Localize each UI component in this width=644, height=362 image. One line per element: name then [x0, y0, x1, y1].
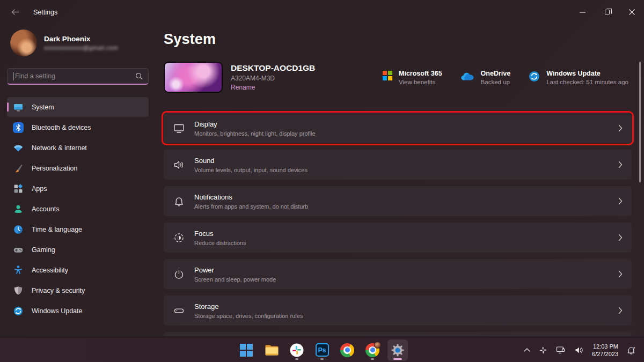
sidebar-item-bluetooth-devices[interactable]: Bluetooth & devices [7, 117, 149, 137]
running-indicator-dot [320, 358, 324, 360]
chrome-icon[interactable] [337, 339, 357, 361]
storage-drive-icon [173, 305, 185, 317]
search-icon [135, 72, 143, 80]
row-title: Focus [194, 230, 246, 238]
device-wallpaper-thumbnail [164, 62, 223, 93]
row-title: Display [194, 120, 316, 128]
windows-logo-icon [240, 344, 253, 357]
microsoft-365-card[interactable]: Microsoft 365 View benefits [383, 70, 442, 85]
sidebar-item-label: Windows Update [32, 307, 83, 315]
sidebar-nav: System Bluetooth & devices Network & int… [7, 97, 149, 321]
sidebar-item-gaming[interactable]: Gaming [7, 240, 149, 260]
taskbar: Ps [0, 337, 644, 362]
minimize-icon[interactable] [570, 0, 595, 24]
page-title: System [164, 31, 632, 48]
chrome-profile-icon[interactable] [362, 339, 383, 361]
sidebar-item-accessibility[interactable]: Accessibility [7, 260, 149, 280]
status-card-title: OneDrive [481, 70, 511, 77]
settings-row-focus[interactable]: Focus Reduce distractions [164, 223, 632, 253]
sidebar-item-network-internet[interactable]: Network & internet [7, 138, 149, 158]
settings-taskbar-icon[interactable] [387, 339, 408, 361]
search-input[interactable]: Find a setting [7, 68, 149, 85]
windows-update-card[interactable]: Windows Update Last checked: 51 minutes … [529, 70, 628, 85]
sidebar-item-label: Personalization [32, 165, 77, 172]
sidebar-item-apps[interactable]: Apps [7, 179, 149, 198]
sidebar-item-label: System [32, 104, 54, 111]
system-tray: 12:03 PM 6/27/2023 z [521, 337, 639, 362]
clock-time: 12:03 PM [592, 343, 618, 350]
row-title: Power [194, 266, 276, 274]
active-app-indicator [393, 358, 402, 360]
row-subtitle: Alerts from apps and system, do not dist… [194, 203, 308, 210]
photoshop-icon[interactable]: Ps [312, 339, 332, 361]
update-arrows-icon [13, 306, 24, 316]
settings-rows: Display Monitors, brightness, night ligh… [164, 113, 632, 336]
running-indicator-dot [295, 358, 298, 360]
profile-card[interactable]: Dark Phoenix xxxxxxxxxxxx@gmail.com [7, 27, 149, 56]
do-not-disturb-bell-icon[interactable]: z [624, 342, 639, 359]
scrollbar-thumb[interactable] [639, 62, 641, 182]
sidebar-item-label: Time & language [32, 226, 82, 233]
slack-tray-icon[interactable] [537, 342, 550, 359]
ethernet-network-icon[interactable] [553, 342, 568, 359]
running-indicator-dot [371, 358, 374, 360]
gear-icon [391, 343, 405, 357]
settings-row-partial[interactable] [164, 332, 632, 336]
onedrive-cloud-icon [460, 71, 474, 81]
back-arrow-icon[interactable] [6, 5, 24, 20]
settings-row-sound[interactable]: Sound Volume levels, output, input, soun… [164, 150, 632, 180]
shield-icon [13, 285, 24, 296]
notifications-bell-icon [173, 195, 185, 208]
device-model: A320AM4-M3D [231, 75, 315, 82]
row-title: Sound [194, 157, 308, 165]
sidebar-item-personalization[interactable]: Personalization [7, 158, 149, 178]
row-subtitle: Volume levels, output, input, sound devi… [194, 167, 308, 173]
slack-logo-icon [290, 343, 304, 357]
settings-row-notifications[interactable]: Notifications Alerts from apps and syste… [164, 186, 632, 216]
sidebar-item-label: Bluetooth & devices [32, 124, 91, 131]
sidebar-item-label: Privacy & security [32, 287, 85, 294]
device-header: DESKTOP-AOCD1GB A320AM4-M3D Rename Micro… [164, 61, 632, 93]
gamepad-icon [13, 245, 24, 255]
file-explorer-icon[interactable] [261, 339, 282, 361]
sidebar-item-windows-update[interactable]: Windows Update [7, 301, 149, 321]
sidebar-item-accounts[interactable]: Accounts [7, 199, 149, 219]
taskbar-clock[interactable]: 12:03 PM 6/27/2023 [590, 343, 620, 358]
slack-icon[interactable] [287, 339, 307, 361]
volume-icon[interactable] [572, 342, 586, 359]
chevron-right-icon [618, 124, 623, 132]
chevron-right-icon [618, 307, 623, 314]
rename-link[interactable]: Rename [231, 84, 315, 91]
person-icon [13, 204, 24, 215]
search-placeholder: Find a setting [15, 72, 135, 80]
device-name: DESKTOP-AOCD1GB [231, 63, 315, 73]
profile-email-blurred: xxxxxxxxxxxx@gmail.com [44, 45, 118, 51]
row-title: Storage [194, 302, 303, 311]
sidebar-item-privacy-security[interactable]: Privacy & security [7, 280, 149, 300]
tray-chevron-up-icon[interactable] [521, 342, 533, 359]
display-icon [173, 122, 185, 135]
window-controls [570, 0, 644, 24]
close-icon[interactable] [619, 0, 644, 24]
ps-logo: Ps [316, 343, 329, 357]
sidebar-item-time-language[interactable]: Time & language [7, 219, 149, 239]
onedrive-card[interactable]: OneDrive Backed up [460, 70, 511, 85]
status-card-subtitle: Backed up [481, 79, 511, 85]
chevron-right-icon [618, 270, 623, 278]
settings-row-storage[interactable]: Storage Storage space, drives, configura… [164, 295, 632, 326]
clock-date: 6/27/2023 [592, 350, 618, 358]
row-subtitle: Screen and sleep, power mode [194, 276, 276, 283]
sidebar-item-label: Accessibility [32, 267, 68, 274]
chevron-right-icon [618, 197, 623, 205]
row-title: Notifications [194, 193, 308, 201]
avatar [10, 29, 37, 56]
row-subtitle: Reduce distractions [194, 240, 246, 246]
settings-row-display[interactable]: Display Monitors, brightness, night ligh… [164, 113, 632, 143]
start-button[interactable] [236, 339, 257, 361]
sidebar: Dark Phoenix xxxxxxxxxxxx@gmail.com Find… [0, 24, 156, 337]
settings-row-power[interactable]: Power Screen and sleep, power mode [164, 259, 632, 289]
profile-badge [374, 342, 381, 349]
restore-icon[interactable] [595, 0, 619, 24]
sidebar-item-system[interactable]: System [7, 97, 149, 117]
paintbrush-icon [13, 163, 24, 174]
